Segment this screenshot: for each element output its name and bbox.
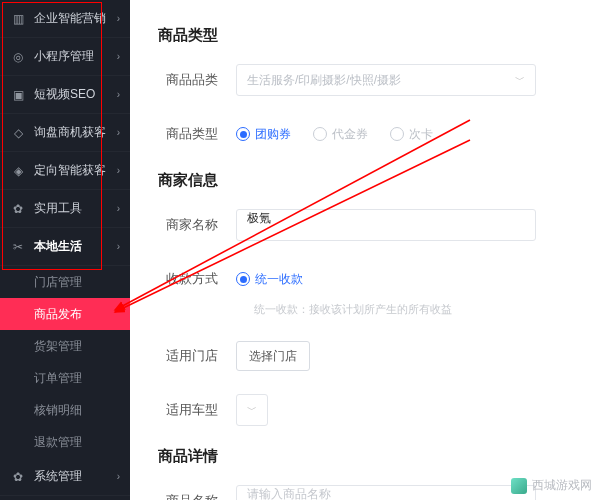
label-product-name: 商品名称 bbox=[158, 492, 236, 500]
watermark-icon bbox=[511, 478, 527, 494]
select-placeholder: 生活服务/印刷摄影/快照/摄影 bbox=[247, 72, 401, 89]
sidebar-subitem-order-manage[interactable]: 订单管理 bbox=[0, 362, 130, 394]
radio-dot-icon bbox=[236, 127, 250, 141]
sidebar-item-label: 本地生活 bbox=[34, 238, 117, 255]
chart-icon: ▥ bbox=[10, 12, 26, 26]
row-product-type: 商品类型 团购券 代金券 次卡 bbox=[158, 117, 574, 151]
sidebar-subitem-refund-manage[interactable]: 退款管理 bbox=[0, 426, 130, 458]
radio-voucher[interactable]: 代金券 bbox=[313, 126, 368, 143]
section-title-product-detail: 商品详情 bbox=[158, 447, 574, 466]
row-product-category: 商品品类 生活服务/印刷摄影/快照/摄影 ﹀ bbox=[158, 63, 574, 97]
label-applicable-vehicle: 适用车型 bbox=[158, 401, 236, 419]
sidebar-item-label: 小程序管理 bbox=[34, 48, 117, 65]
hint-payment: 统一收款：接收该计划所产生的所有收益 bbox=[254, 302, 574, 317]
radio-group-product-type: 团购券 代金券 次卡 bbox=[236, 126, 433, 143]
input-placeholder: 请输入商品名称 bbox=[247, 487, 331, 500]
radio-dot-icon bbox=[236, 272, 250, 286]
sidebar-item-inquiry-leads[interactable]: ◇ 询盘商机获客 › bbox=[0, 114, 130, 152]
radio-groupbuy-coupon[interactable]: 团购券 bbox=[236, 126, 291, 143]
section-title-merchant: 商家信息 bbox=[158, 171, 574, 190]
sidebar-subitem-product-publish[interactable]: 商品发布 bbox=[0, 298, 130, 330]
sidebar-subitem-store-manage[interactable]: 门店管理 bbox=[0, 266, 130, 298]
chevron-down-icon: ﹀ bbox=[247, 403, 257, 417]
input-value: 极氪 bbox=[247, 211, 271, 225]
select-applicable-vehicle[interactable]: ﹀ bbox=[236, 394, 268, 426]
target-icon: ◈ bbox=[10, 164, 26, 178]
sidebar-item-label: 询盘商机获客 bbox=[34, 124, 117, 141]
sidebar-item-label: 系统管理 bbox=[34, 468, 117, 485]
chevron-right-icon: › bbox=[117, 127, 120, 138]
radio-dot-icon bbox=[313, 127, 327, 141]
sidebar-item-local-life[interactable]: ✂ 本地生活 › bbox=[0, 228, 130, 266]
radio-label: 代金券 bbox=[332, 126, 368, 143]
radio-label: 团购券 bbox=[255, 126, 291, 143]
radio-label: 次卡 bbox=[409, 126, 433, 143]
label-payment-method: 收款方式 bbox=[158, 270, 236, 288]
radio-dot-icon bbox=[390, 127, 404, 141]
sidebar-item-miniapp[interactable]: ◎ 小程序管理 › bbox=[0, 38, 130, 76]
watermark: 西城游戏网 bbox=[511, 477, 592, 494]
watermark-text: 西城游戏网 bbox=[532, 477, 592, 494]
chevron-right-icon: › bbox=[117, 203, 120, 214]
local-icon: ✂ bbox=[10, 240, 26, 254]
radio-label: 统一收款 bbox=[255, 271, 303, 288]
row-applicable-store: 适用门店 选择门店 bbox=[158, 339, 574, 373]
sidebar-item-utilities[interactable]: ✿ 实用工具 › bbox=[0, 190, 130, 228]
gear-icon: ✿ bbox=[10, 470, 26, 484]
label-applicable-store: 适用门店 bbox=[158, 347, 236, 365]
sidebar-item-label: 定向智能获客 bbox=[34, 162, 117, 179]
leads-icon: ◇ bbox=[10, 126, 26, 140]
tools-icon: ✿ bbox=[10, 202, 26, 216]
select-store-button[interactable]: 选择门店 bbox=[236, 341, 310, 371]
chevron-right-icon: › bbox=[117, 89, 120, 100]
label-product-type: 商品类型 bbox=[158, 125, 236, 143]
sidebar: ▥ 企业智能营销 › ◎ 小程序管理 › ▣ 短视频SEO › ◇ 询盘商机获客… bbox=[0, 0, 130, 500]
chevron-right-icon: › bbox=[117, 13, 120, 24]
sidebar-item-label: 实用工具 bbox=[34, 200, 117, 217]
section-title-product-type: 商品类型 bbox=[158, 26, 574, 45]
label-merchant-name: 商家名称 bbox=[158, 216, 236, 234]
sidebar-item-enterprise-marketing[interactable]: ▥ 企业智能营销 › bbox=[0, 0, 130, 38]
miniapp-icon: ◎ bbox=[10, 50, 26, 64]
sidebar-item-label: 短视频SEO bbox=[34, 86, 117, 103]
input-product-name[interactable]: 请输入商品名称 bbox=[236, 485, 536, 500]
sidebar-item-shortvideo-seo[interactable]: ▣ 短视频SEO › bbox=[0, 76, 130, 114]
chevron-right-icon: › bbox=[117, 51, 120, 62]
sidebar-item-system-manage[interactable]: ✿ 系统管理 › bbox=[0, 458, 130, 496]
radio-group-payment: 统一收款 bbox=[236, 271, 303, 288]
row-merchant-name: 商家名称 极氪 bbox=[158, 208, 574, 242]
chevron-right-icon: › bbox=[117, 471, 120, 482]
sidebar-subitem-shelf-manage[interactable]: 货架管理 bbox=[0, 330, 130, 362]
sidebar-subitem-verify-detail[interactable]: 核销明细 bbox=[0, 394, 130, 426]
label-product-category: 商品品类 bbox=[158, 71, 236, 89]
main-content: 商品类型 商品品类 生活服务/印刷摄影/快照/摄影 ﹀ 商品类型 团购券 代金券 bbox=[130, 0, 602, 500]
chevron-right-icon: › bbox=[117, 241, 120, 252]
radio-unified-payment[interactable]: 统一收款 bbox=[236, 271, 303, 288]
sidebar-item-targeted-acquisition[interactable]: ◈ 定向智能获客 › bbox=[0, 152, 130, 190]
chevron-down-icon: ﹀ bbox=[515, 73, 525, 87]
video-icon: ▣ bbox=[10, 88, 26, 102]
sidebar-item-label: 企业智能营销 bbox=[34, 10, 117, 27]
select-product-category[interactable]: 生活服务/印刷摄影/快照/摄影 ﹀ bbox=[236, 64, 536, 96]
radio-times-card[interactable]: 次卡 bbox=[390, 126, 433, 143]
chevron-right-icon: › bbox=[117, 165, 120, 176]
row-payment-method: 收款方式 统一收款 bbox=[158, 262, 574, 296]
input-merchant-name[interactable]: 极氪 bbox=[236, 209, 536, 241]
row-applicable-vehicle: 适用车型 ﹀ bbox=[158, 393, 574, 427]
